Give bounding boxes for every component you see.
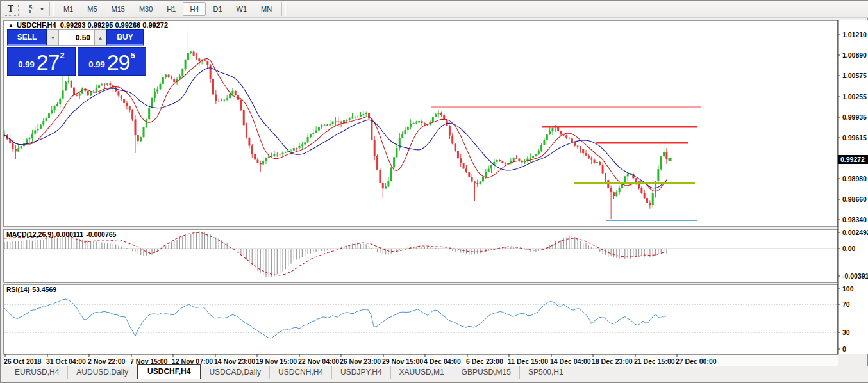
svg-text:0: 0 xyxy=(842,345,846,353)
buy-price-big: 29 xyxy=(107,51,130,73)
svg-text:30: 30 xyxy=(842,329,850,336)
svg-text:0.002492: 0.002492 xyxy=(842,229,868,236)
svg-text:14 Nov 23:00: 14 Nov 23:00 xyxy=(214,357,255,365)
sell-price-sup: 2 xyxy=(60,51,64,60)
rsi-pane[interactable] xyxy=(4,284,838,354)
macd-main-value: 0.000111 xyxy=(56,231,84,238)
status-bar xyxy=(1,379,868,382)
svg-text:29 Nov 15:00: 29 Nov 15:00 xyxy=(382,357,423,365)
tab-gbpusd-m15[interactable]: GBPUSD,M15 xyxy=(453,366,520,379)
rsi-value: 53.4569 xyxy=(32,286,56,293)
tab-usdcnh-h4[interactable]: USDCNH,H4 xyxy=(270,366,332,379)
tab-usdcad-daily[interactable]: USDCAD,Daily xyxy=(201,366,270,379)
svg-text:1.01210: 1.01210 xyxy=(842,31,867,38)
sell-price-panel[interactable]: 0.99 27 2 xyxy=(7,47,76,76)
svg-text:31 Oct 04:00: 31 Oct 04:00 xyxy=(46,357,86,365)
rsi-name: RSI(14) xyxy=(6,286,29,293)
tab-audusd-daily[interactable]: AUDUSD,Daily xyxy=(68,366,137,379)
chevron-down-icon[interactable]: ▼ xyxy=(40,7,44,12)
tab-usdjpy-h4[interactable]: USDJPY,H4 xyxy=(332,366,390,379)
macd-pane[interactable] xyxy=(4,229,838,282)
svg-text:21 Dec 15:00: 21 Dec 15:00 xyxy=(634,357,675,365)
one-click-trading-widget: SELL ▼ 0.50 ▲ BUY 0.99 27 2 0.99 29 5 xyxy=(7,29,147,76)
macd-indicator-label: MACD(12,26,9)0.000111-0.000765 xyxy=(6,231,119,238)
cursor-tool-icon[interactable] xyxy=(22,3,38,16)
svg-text:26 Oct 2018: 26 Oct 2018 xyxy=(4,357,42,365)
symbol-marker-icon: ▲ xyxy=(8,22,13,28)
volume-input[interactable]: 0.50 xyxy=(59,29,94,46)
svg-text:70: 70 xyxy=(842,300,850,308)
chart-symbol-timeframe: USDCHF,H4 xyxy=(17,21,56,29)
svg-text:6 Dec 23:00: 6 Dec 23:00 xyxy=(466,357,503,365)
chart-title: ▲USDCHF,H4 0.99293 0.99295 0.99266 0.992… xyxy=(8,21,168,29)
svg-text:27 Dec 00:00: 27 Dec 00:00 xyxy=(676,357,717,365)
macd-name: MACD(12,26,9) xyxy=(6,231,54,238)
toolbar: T ▼ M1M5M15M30H1H4D1W1MN xyxy=(1,1,868,18)
tab-sp500-h1[interactable]: SP500,H1 xyxy=(520,366,572,379)
volume-increase-button[interactable]: ▲ xyxy=(94,29,106,46)
mt5-window: T ▼ M1M5M15M30H1H4D1W1MN 1.012101.008901… xyxy=(0,0,868,383)
svg-text:0.99935: 0.99935 xyxy=(842,113,867,121)
buy-price-panel[interactable]: 0.99 29 5 xyxy=(78,47,146,76)
buy-price-prefix: 0.99 xyxy=(88,60,104,69)
timeframe-button-w1[interactable]: W1 xyxy=(230,2,255,16)
text-tool-button[interactable]: T xyxy=(3,3,19,16)
timeframe-button-d1[interactable]: D1 xyxy=(206,2,229,16)
svg-text:1.00890: 1.00890 xyxy=(842,51,867,59)
last-close-marker xyxy=(669,158,672,161)
timeframe-button-h1[interactable]: H1 xyxy=(160,2,183,16)
macd-signal-value: -0.000765 xyxy=(86,231,116,238)
tab-usdchf-h4[interactable]: USDCHF,H4 xyxy=(137,364,201,379)
svg-text:0.98980: 0.98980 xyxy=(842,175,867,183)
svg-text:4 Dec 04:00: 4 Dec 04:00 xyxy=(424,357,461,365)
toolbar-separator xyxy=(281,2,286,16)
svg-text:0.99615: 0.99615 xyxy=(842,134,867,142)
svg-text:-0.003913: -0.003913 xyxy=(842,272,868,280)
svg-text:0.99272: 0.99272 xyxy=(840,156,865,163)
timeframe-button-m1[interactable]: M1 xyxy=(56,2,80,16)
toolbar-separator xyxy=(49,2,54,16)
svg-text:11 Dec 15:00: 11 Dec 15:00 xyxy=(508,357,548,365)
svg-text:1.00575: 1.00575 xyxy=(842,72,867,79)
chart-tab-bar: EURUSD,H4AUDUSD,DailyUSDCHF,H4USDCAD,Dai… xyxy=(1,366,868,379)
svg-text:22 Nov 04:00: 22 Nov 04:00 xyxy=(298,357,339,365)
svg-text:18 Dec 23:00: 18 Dec 23:00 xyxy=(592,357,633,365)
sell-price-big: 27 xyxy=(37,51,60,73)
svg-text:26 Nov 23:00: 26 Nov 23:00 xyxy=(340,357,381,365)
rsi-indicator-label: RSI(14)53.4569 xyxy=(6,286,59,293)
svg-text:0.98660: 0.98660 xyxy=(842,195,867,203)
timeframe-button-m5[interactable]: M5 xyxy=(80,2,104,16)
chart-ohlc-values: 0.99293 0.99295 0.99266 0.99272 xyxy=(60,21,168,29)
timeframe-button-group: M1M5M15M30H1H4D1W1MN xyxy=(56,2,279,16)
svg-text:19 Nov 15:00: 19 Nov 15:00 xyxy=(256,357,297,365)
buy-price-sup: 5 xyxy=(130,51,135,60)
svg-text:2 Nov 22:00: 2 Nov 22:00 xyxy=(88,357,126,365)
tab-xauusd-m1[interactable]: XAUUSD,M1 xyxy=(391,366,453,379)
svg-text:14 Dec 04:00: 14 Dec 04:00 xyxy=(550,357,591,365)
tab-eurusd-h4[interactable]: EURUSD,H4 xyxy=(6,366,68,379)
svg-text:0.98340: 0.98340 xyxy=(842,216,867,224)
sell-price-prefix: 0.99 xyxy=(18,60,34,69)
buy-button[interactable]: BUY xyxy=(106,29,144,46)
timeframe-button-m15[interactable]: M15 xyxy=(104,2,132,16)
svg-text:1.00255: 1.00255 xyxy=(842,93,867,101)
volume-decrease-button[interactable]: ▼ xyxy=(47,29,59,46)
svg-text:100: 100 xyxy=(842,285,854,293)
svg-text:0.00: 0.00 xyxy=(842,245,856,252)
sell-button[interactable]: SELL xyxy=(7,29,47,46)
timeframe-button-m30[interactable]: M30 xyxy=(132,2,160,16)
timeframe-button-h4[interactable]: H4 xyxy=(183,2,206,16)
timeframe-button-mn[interactable]: MN xyxy=(254,2,279,16)
